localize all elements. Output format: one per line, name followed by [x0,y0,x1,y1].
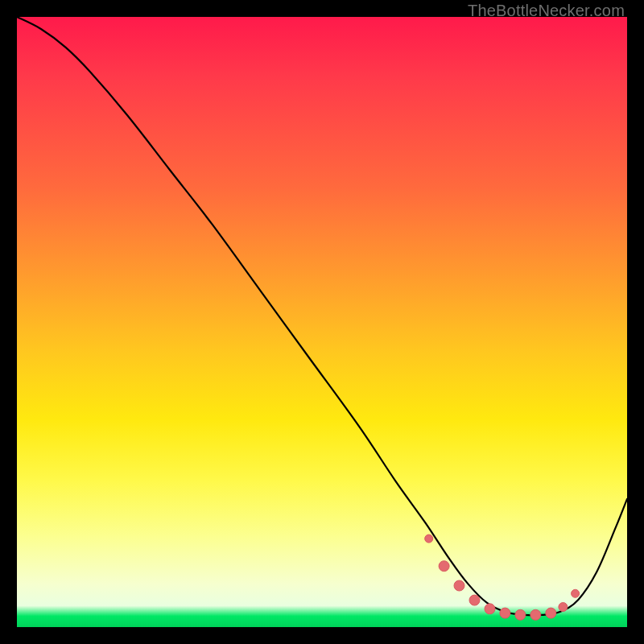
curve-markers [425,535,580,620]
chart-frame: TheBottleNecker.com [0,0,644,644]
marker-dot [469,595,480,605]
marker-dot [546,608,556,618]
curve-line [17,17,627,615]
marker-dot [559,603,568,612]
marker-dot [425,535,433,543]
marker-dot [439,561,449,572]
chart-svg [17,17,627,627]
marker-dot [454,580,464,591]
marker-dot [485,604,495,614]
marker-dot [572,589,580,597]
marker-dot [500,608,510,618]
marker-dot [515,609,526,620]
plot-area [17,17,627,627]
marker-dot [530,609,541,620]
